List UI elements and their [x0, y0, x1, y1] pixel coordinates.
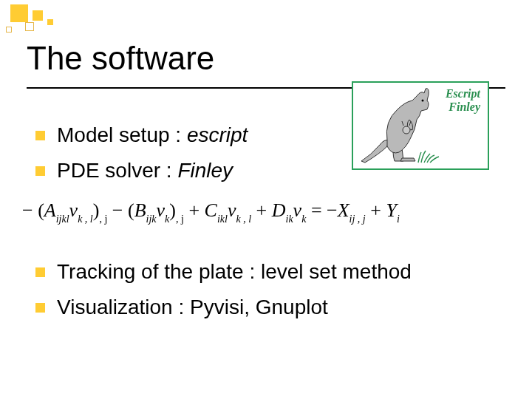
- corner-decoration: [0, 0, 148, 37]
- kangaroo-labels: Escript Finley: [446, 87, 480, 114]
- kangaroo-icon: [358, 87, 446, 167]
- list-item: PDE solver : Finley: [35, 158, 347, 183]
- slide-title: The software: [27, 40, 214, 77]
- svg-point-0: [403, 126, 410, 134]
- bullet-em: escript: [187, 123, 248, 146]
- bullet-icon: [35, 131, 45, 140]
- kangaroo-label-escript: Escript: [446, 87, 480, 100]
- bullet-icon: [35, 267, 45, 277]
- kangaroo-box: Escript Finley: [352, 81, 489, 170]
- kangaroo-label-finley: Finley: [446, 100, 480, 114]
- bullet-icon: [35, 303, 45, 313]
- bullet-list-top: Model setup : escript PDE solver : Finle…: [35, 118, 347, 194]
- pde-equation: − (Aijklvk , l), j − (Bijkvk), j + Ciklv…: [22, 200, 510, 224]
- bullet-text: Visualization : Pyvisi, Gnuplot: [57, 296, 328, 318]
- list-item: Model setup : escript: [35, 123, 347, 148]
- svg-point-1: [422, 100, 424, 102]
- bullet-text: Tracking of the plate : level set method: [57, 260, 412, 283]
- bullet-em: Finley: [177, 159, 233, 182]
- bullet-text: PDE solver :: [57, 159, 177, 182]
- list-item: Tracking of the plate : level set method: [35, 259, 517, 284]
- bullet-icon: [35, 166, 45, 176]
- list-item: Visualization : Pyvisi, Gnuplot: [35, 295, 517, 320]
- bullet-list-bottom: Tracking of the plate : level set method…: [35, 255, 517, 330]
- bullet-text: Model setup :: [57, 123, 187, 146]
